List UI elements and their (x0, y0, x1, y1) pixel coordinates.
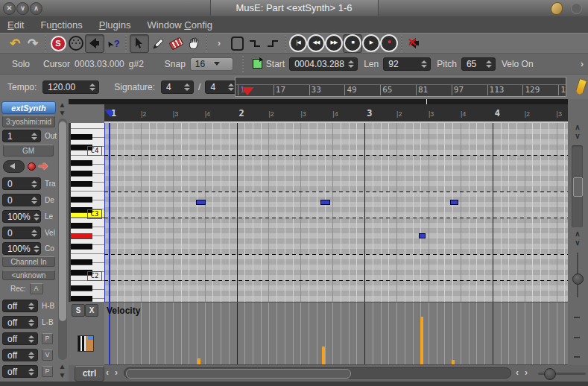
piano-key-black[interactable] (71, 181, 92, 187)
spin-arrows-icon[interactable] (28, 197, 40, 204)
scroll-right-icon[interactable]: › (115, 367, 118, 378)
bank-prog-spinbox[interactable]: off (2, 365, 38, 378)
spin-arrows-icon[interactable] (31, 213, 42, 221)
bank-prog-label[interactable]: V (42, 349, 53, 361)
scroll-up-icon[interactable]: ∧ (572, 124, 583, 132)
panic-icon[interactable]: S (49, 35, 67, 52)
piano-keyboard[interactable]: C4C3C2 (69, 123, 104, 302)
sidebar-scroll-down-icon[interactable]: ▼ (57, 110, 67, 118)
spin-arrows-icon[interactable] (25, 368, 37, 376)
pitch-spinbox[interactable]: 65 (461, 57, 496, 71)
unknown-instrument-button[interactable]: <unknown (2, 270, 55, 280)
sig-denominator-spinbox[interactable]: 4 (205, 80, 238, 94)
spin-arrows-icon[interactable] (345, 60, 357, 68)
scroll-down-icon[interactable]: ∨ (572, 239, 583, 247)
step-up-icon[interactable] (264, 35, 282, 52)
delay-spinbox[interactable]: 0 (2, 194, 41, 206)
spin-arrows-icon[interactable] (28, 133, 40, 140)
whats-this-icon[interactable]: ? (104, 35, 122, 52)
controller-type-icon[interactable] (78, 335, 94, 352)
vertical-scrollbar[interactable] (572, 145, 583, 227)
speaker-icon[interactable] (85, 34, 104, 53)
spin-arrows-icon[interactable] (25, 303, 37, 310)
midi-note[interactable] (196, 200, 206, 205)
bank-prog-spinbox[interactable]: off (2, 316, 38, 329)
controller-close-button[interactable]: X (85, 304, 98, 317)
scroll-right-icon[interactable]: › (525, 367, 528, 378)
vertical-zoom-knob[interactable] (572, 273, 584, 285)
gm-button[interactable]: GM (3, 145, 54, 156)
piano-key-black[interactable] (71, 171, 92, 177)
skip-start-icon[interactable]: |◀ (289, 35, 307, 52)
snap-select[interactable]: 16 (190, 57, 233, 71)
spin-arrows-icon[interactable] (28, 180, 40, 188)
velocity-spinbox[interactable]: 0 (2, 227, 41, 239)
velocity-bar[interactable] (197, 358, 200, 364)
record-led-icon[interactable] (28, 162, 36, 171)
menu-item-window-config[interactable]: Window Config (147, 19, 212, 31)
sig-numerator-spinbox[interactable]: 4 (161, 80, 194, 94)
midi-note[interactable] (450, 200, 458, 205)
eraser-tool-icon[interactable] (167, 35, 185, 52)
record-icon[interactable]: ● (380, 35, 398, 52)
bank-prog-label[interactable]: P (42, 333, 53, 344)
solo-button[interactable]: Solo (12, 59, 30, 69)
part-icon[interactable] (228, 35, 246, 52)
piano-key-cursor[interactable] (71, 233, 92, 239)
title-bar[interactable]: ✕ ∨ ∧ MusE: Part <extSynth> 1-6 (0, 0, 588, 17)
velocity-bar[interactable] (322, 347, 325, 364)
note-canvas[interactable] (104, 123, 568, 302)
piano-key-black[interactable] (71, 134, 92, 140)
rec-mode-select[interactable]: A (30, 283, 43, 294)
spin-arrows-icon[interactable] (418, 60, 430, 68)
overflow-chevron[interactable]: › (581, 59, 584, 69)
bank-prog-spinbox[interactable]: off (2, 300, 38, 312)
forward-arrow-icon[interactable]: ➜ (38, 159, 48, 173)
redo-icon[interactable]: ↷ (24, 35, 42, 52)
menu-item-functions[interactable]: Functions (40, 19, 82, 31)
midi-din-icon[interactable] (67, 35, 85, 52)
velocity-bar[interactable] (452, 360, 455, 364)
tempo-ruler[interactable]: 1173349658197113129145 (235, 77, 566, 97)
overflow-chevron[interactable]: › (210, 35, 228, 52)
spin-arrows-icon[interactable] (86, 83, 98, 91)
scroll-up-icon[interactable]: ∧ (572, 230, 583, 238)
menu-item-edit[interactable]: Edit (7, 19, 24, 31)
undo-icon[interactable]: ↶ (6, 35, 24, 52)
midi-note[interactable] (320, 200, 330, 205)
spin-arrows-icon[interactable] (25, 352, 37, 359)
stop-icon[interactable]: ■ (343, 34, 362, 53)
window-menu-icon[interactable] (571, 3, 582, 14)
horizontal-zoom-knob[interactable] (544, 368, 556, 380)
track-name-button[interactable]: extSynth (1, 101, 56, 114)
scroll-left-icon[interactable]: ‹ (516, 367, 519, 378)
piano-key-black[interactable] (71, 259, 92, 265)
tempo-spinbox[interactable]: 120.00 (42, 80, 99, 94)
piano-key-black[interactable] (71, 197, 92, 203)
velocity-bar[interactable] (420, 317, 423, 364)
shade-window-icon[interactable]: ∨ (16, 2, 29, 15)
mute-icon[interactable]: ✕ (405, 35, 423, 52)
pointer-tool-icon[interactable] (130, 34, 149, 53)
bar-ruler[interactable]: 1|2|3|42|2|3|43|2|3|44|2|3 (104, 104, 568, 122)
scroll-left-icon[interactable]: ‹ (106, 367, 109, 378)
bank-prog-spinbox[interactable]: off (2, 332, 38, 345)
pencil-tool-icon[interactable] (149, 35, 167, 52)
piano-key-black[interactable] (71, 285, 92, 291)
spin-arrows-icon[interactable] (31, 245, 42, 253)
output-port-spinbox[interactable]: 1 (2, 130, 41, 142)
spin-arrows-icon[interactable] (483, 60, 495, 68)
close-window-icon[interactable]: ✕ (3, 2, 16, 15)
ruler-pencil-icon[interactable] (575, 78, 587, 96)
piano-key-black[interactable] (71, 296, 92, 302)
ctrl-button[interactable]: ctrl (75, 366, 104, 382)
play-icon[interactable]: ▶ (362, 35, 380, 52)
horizontal-scrollbar[interactable] (124, 367, 511, 379)
horizontal-scroll-thumb[interactable] (126, 369, 351, 379)
bank-prog-spinbox[interactable]: off (2, 349, 38, 361)
bank-prog-label[interactable]: P (42, 366, 53, 377)
channel-info-button[interactable]: Channel In (2, 256, 55, 267)
piano-key-black[interactable] (71, 223, 92, 229)
length-spinbox[interactable]: 100% (2, 210, 41, 223)
menu-item-plugins[interactable]: Plugins (99, 19, 131, 31)
